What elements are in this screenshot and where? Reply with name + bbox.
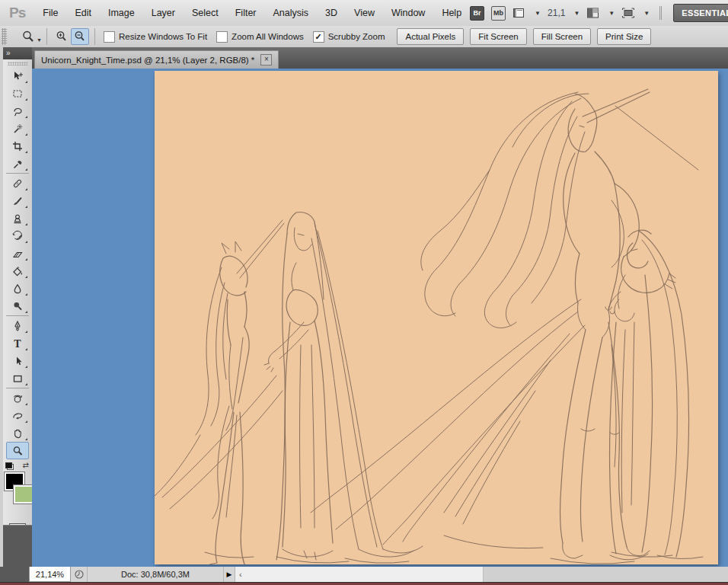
lasso-tool[interactable] — [6, 102, 29, 120]
menu-window[interactable]: Window — [383, 0, 433, 26]
photoshop-window: { "app": { "logo": "Ps", "workspace": "E… — [0, 0, 728, 585]
eyedropper-tool[interactable] — [6, 155, 29, 172]
scroll-left-icon[interactable]: ‹ — [235, 570, 242, 579]
workspace-switcher-button[interactable]: ESSENTIALS — [673, 4, 728, 22]
scrubby-zoom-checkbox-row: ✓ Scrubby Zoom — [313, 31, 385, 43]
menu-bar: Ps File Edit Image Layer Select Filter A… — [0, 0, 728, 27]
zoom-level-field[interactable]: 21,1 — [548, 8, 565, 18]
toolbar-separator — [659, 6, 660, 20]
document-canvas[interactable] — [155, 71, 718, 564]
checkbox-label: Resize Windows To Fit — [119, 32, 207, 41]
sketch-drawing — [155, 71, 718, 564]
svg-text:T: T — [14, 337, 21, 349]
fill-screen-button[interactable]: Fill Screen — [533, 28, 591, 45]
launch-bridge-button[interactable]: Br — [470, 6, 484, 21]
zoom-out-button[interactable] — [71, 28, 89, 45]
app-bar-controls: Br Mb ▼ 21,1 ▼ ▼ ▼ ESSENTIALS — [470, 0, 728, 26]
menu-file[interactable]: File — [34, 0, 66, 26]
status-flyout-icon[interactable]: ▶ — [224, 567, 235, 582]
crop-tool[interactable] — [6, 137, 29, 155]
resize-windows-checkbox[interactable] — [104, 31, 115, 43]
chevron-down-icon[interactable]: ▼ — [37, 37, 42, 43]
status-zoom-field[interactable]: 21,14% — [29, 567, 71, 582]
chevron-down-icon[interactable]: ▼ — [535, 10, 541, 17]
menu-image[interactable]: Image — [100, 0, 143, 26]
menu-3d[interactable]: 3D — [317, 0, 346, 26]
chevron-down-icon[interactable]: ▼ — [573, 10, 580, 17]
tools-separator — [6, 173, 29, 174]
magic-wand-tool[interactable] — [6, 120, 29, 137]
launch-mini-bridge-button[interactable]: Mb — [491, 6, 506, 21]
history-brush-tool[interactable] — [6, 227, 29, 245]
rotate-3d-tool[interactable] — [6, 389, 29, 407]
menu-view[interactable]: View — [346, 0, 383, 26]
screen-mode-icon[interactable] — [621, 7, 635, 19]
zoom-in-button[interactable] — [53, 28, 71, 45]
zoom-tool[interactable] — [6, 442, 29, 459]
eraser-tool[interactable] — [6, 245, 29, 262]
scrubby-zoom-checkbox[interactable]: ✓ — [313, 31, 324, 43]
swap-colors-icon[interactable]: ⇄ — [23, 461, 29, 469]
orbit-3d-tool[interactable] — [6, 407, 29, 424]
menu-help[interactable]: Help — [433, 0, 470, 26]
document-tab-title: Unicorn_Knight_Time.psd @ 21,1% (Layer 2… — [41, 56, 254, 65]
arrange-documents-icon[interactable] — [586, 7, 600, 19]
default-colors-icon[interactable] — [5, 462, 14, 470]
color-swatch-area: ⇄ — [5, 462, 30, 517]
marquee-tool[interactable] — [6, 85, 29, 102]
status-doc-sizes[interactable]: Doc: 30,8M/60,3M — [88, 567, 224, 582]
blur-tool[interactable] — [6, 280, 29, 297]
background-color-swatch[interactable] — [14, 485, 34, 503]
close-icon[interactable]: × — [260, 54, 272, 66]
menu-select[interactable]: Select — [184, 0, 227, 26]
options-bar-grip[interactable] — [2, 28, 7, 45]
hand-tool[interactable] — [6, 424, 29, 442]
document-tab[interactable]: Unicorn_Knight_Time.psd @ 21,1% (Layer 2… — [34, 50, 279, 69]
window-bottom-edge — [0, 582, 728, 585]
zoom-tool-preset-icon[interactable]: ▼ — [21, 29, 36, 44]
horizontal-scrollbar[interactable]: ‹ — [235, 567, 728, 582]
tools-separator — [6, 315, 29, 316]
brush-tool[interactable] — [6, 192, 29, 209]
type-tool[interactable]: T — [6, 334, 29, 352]
collapse-panel-icon[interactable]: » — [3, 47, 32, 59]
dodge-tool[interactable] — [6, 297, 29, 315]
move-tool[interactable] — [6, 67, 29, 85]
checkbox-label: Scrubby Zoom — [328, 32, 385, 41]
healing-brush-tool[interactable] — [6, 174, 29, 192]
rectangle-tool[interactable] — [6, 369, 29, 387]
tool-options-bar: ▼ Resize Windows To Fit Zoom All Windows… — [0, 26, 728, 48]
options-separator — [46, 28, 47, 45]
photoshop-logo: Ps — [0, 5, 34, 21]
checkbox-label: Zoom All Windows — [231, 32, 304, 41]
zoom-all-windows-checkbox[interactable] — [216, 31, 228, 43]
chevron-down-icon[interactable]: ▼ — [643, 10, 650, 17]
print-size-button[interactable]: Print Size — [597, 28, 651, 45]
chevron-down-icon[interactable]: ▼ — [608, 10, 615, 17]
fit-screen-button[interactable]: Fit Screen — [470, 28, 526, 45]
path-selection-tool[interactable] — [6, 352, 29, 369]
tools-panel: » T ⇄ — [3, 47, 32, 582]
menu-filter[interactable]: Filter — [227, 0, 265, 26]
preview-clock-icon[interactable] — [71, 567, 88, 582]
paint-bucket-tool[interactable] — [6, 262, 29, 280]
actual-pixels-button[interactable]: Actual Pixels — [397, 28, 464, 45]
menu-layer[interactable]: Layer — [143, 0, 184, 26]
pen-tool[interactable] — [6, 317, 29, 334]
options-separator — [94, 28, 95, 45]
zoom-all-windows-checkbox-row: Zoom All Windows — [216, 31, 304, 43]
tools-panel-grip[interactable] — [3, 59, 32, 67]
clone-stamp-tool[interactable] — [6, 209, 29, 227]
document-tab-bar: Unicorn_Knight_Time.psd @ 21,1% (Layer 2… — [32, 47, 728, 69]
view-extras-icon[interactable] — [512, 7, 526, 19]
resize-windows-checkbox-row: Resize Windows To Fit — [104, 31, 207, 43]
menu-edit[interactable]: Edit — [66, 0, 100, 26]
tools-separator — [6, 388, 29, 388]
status-bar-corner — [0, 567, 29, 582]
canvas-pasteboard[interactable] — [32, 69, 728, 567]
menu-analysis[interactable]: Analysis — [265, 0, 318, 26]
status-bar: 21,14% Doc: 30,8M/60,3M ▶ ‹ — [0, 567, 728, 582]
scrollbar-thumb[interactable] — [483, 567, 728, 582]
